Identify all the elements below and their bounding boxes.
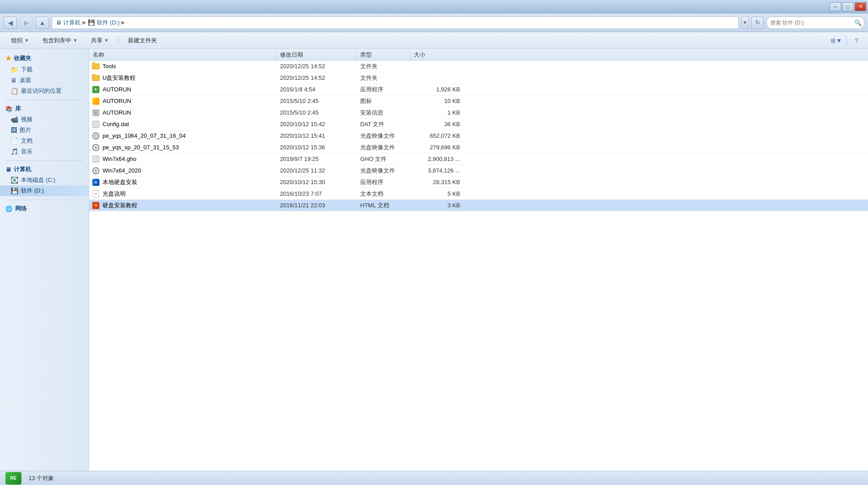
breadcrumb-computer[interactable]: 🖥 计算机	[56, 19, 81, 27]
file-name-cell: A 本地硬盘安装	[89, 178, 276, 186]
table-row[interactable]: pe_yqs_1064_20_07_31_16_04 2020/10/12 15…	[89, 130, 868, 142]
c-drive-icon: 💽	[11, 177, 18, 184]
file-name-cell: Tools	[89, 62, 276, 70]
file-size-cell: 279,696 KB	[410, 144, 464, 151]
file-date-cell: 2015/5/10 2:45	[276, 109, 357, 116]
share-label: 共享	[91, 37, 103, 45]
file-name-cell: Win7x64_2020	[89, 167, 276, 175]
documents-label: 文档	[21, 137, 33, 145]
recent-icon: 📋	[11, 87, 18, 95]
sidebar-favorites-header[interactable]: ★ 收藏夹	[0, 53, 89, 64]
pictures-icon: 🖼	[11, 127, 17, 134]
up-button[interactable]: ▲	[36, 16, 49, 29]
breadcrumb-sep-1: ▶	[82, 20, 86, 25]
sidebar-section-library: 📚 库 📹 视频 🖼 图片 📄 文档 🎵 音乐	[0, 102, 89, 157]
sidebar-library-header[interactable]: 📚 库	[0, 102, 89, 114]
minimize-button[interactable]: ─	[830, 2, 841, 11]
folder-icon	[92, 74, 100, 82]
organize-button[interactable]: 组织 ▼	[5, 34, 35, 47]
include-dropdown-icon: ▼	[73, 38, 78, 43]
include-library-label: 包含到库中	[42, 37, 71, 45]
sidebar-item-d-drive[interactable]: 💾 软件 (D:)	[0, 185, 89, 196]
table-row[interactable]: Tools 2020/12/25 14:52 文件夹	[89, 61, 868, 72]
file-type-cell: GHO 文件	[357, 155, 410, 163]
file-name-cell: ≡ 光盘说明	[89, 190, 276, 198]
sidebar-item-video[interactable]: 📹 视频	[0, 114, 89, 125]
table-row[interactable]: A 本地硬盘安装 2020/10/12 15:30 应用程序 28,315 KB	[89, 177, 868, 188]
table-row[interactable]: Win7x64_2020 2020/12/25 11:32 光盘映像文件 3,8…	[89, 165, 868, 177]
file-name-cell: H 硬盘安装教程	[89, 201, 276, 210]
search-button[interactable]: 🔍	[852, 16, 864, 29]
table-row[interactable]: H 硬盘安装教程 2016/11/21 22:03 HTML 文档 3 KB	[89, 200, 868, 211]
forward-button[interactable]: ▶	[20, 16, 33, 29]
search-input[interactable]	[767, 20, 852, 26]
breadcrumb-drive-label: 软件 (D:)	[97, 19, 119, 27]
views-button[interactable]: ⊞▼	[830, 34, 843, 47]
sidebar-section-network: 🌐 网络	[0, 202, 89, 214]
maximize-button[interactable]: □	[842, 2, 854, 11]
sidebar-item-recent[interactable]: 📋 最近访问的位置	[0, 86, 89, 96]
share-dropdown-icon: ▼	[104, 38, 109, 43]
breadcrumb-computer-label: 计算机	[63, 19, 81, 27]
back-button[interactable]: ◀	[4, 16, 17, 29]
help-button[interactable]: ?	[850, 34, 863, 47]
sidebar-item-desktop[interactable]: 🖥 桌面	[0, 75, 89, 86]
sidebar-divider-3	[5, 200, 83, 200]
file-type-cell: 文件夹	[357, 62, 410, 70]
drive-icon: 💾	[88, 19, 95, 26]
sidebar-item-c-drive[interactable]: 💽 本地磁盘 (C:)	[0, 175, 89, 185]
documents-icon: 📄	[11, 137, 18, 144]
file-type-cell: 应用程序	[357, 178, 410, 186]
table-row[interactable]: ≡ 光盘说明 2016/10/23 7:07 文本文档 5 KB	[89, 188, 868, 200]
file-type-cell: 文本文档	[357, 190, 410, 198]
sidebar-item-downloads[interactable]: 📁 下载	[0, 64, 89, 75]
file-name-cell: Config.dat	[89, 120, 276, 128]
network-label: 网络	[15, 205, 27, 213]
toolbar-separator	[118, 36, 119, 45]
library-folder-icon: 📚	[5, 106, 12, 112]
file-type-cell: 应用程序	[357, 86, 410, 94]
share-button[interactable]: 共享 ▼	[85, 34, 115, 47]
library-label: 库	[15, 105, 21, 113]
sidebar-item-music[interactable]: 🎵 音乐	[0, 146, 89, 157]
sidebar-section-favorites: ★ 收藏夹 📁 下载 🖥 桌面 📋 最近访问的位置	[0, 53, 89, 96]
iso-icon	[92, 132, 100, 140]
sidebar-computer-header[interactable]: 🖥 计算机	[0, 163, 89, 175]
title-bar: ─ □ ✕	[0, 0, 868, 13]
table-row[interactable]: U盘安装教程 2020/12/25 14:52 文件夹	[89, 72, 868, 84]
table-row[interactable]: i AUTORUN 2015/5/10 2:45 安装信息 1 KB	[89, 107, 868, 119]
file-size-cell: 28,315 KB	[410, 179, 464, 185]
new-folder-button[interactable]: 新建文件夹	[122, 34, 163, 47]
table-row[interactable]: pe_yqs_xp_20_07_31_15_53 2020/10/12 15:3…	[89, 142, 868, 153]
computer-icon: 🖥	[56, 19, 62, 26]
sidebar-network-header[interactable]: 🌐 网络	[0, 202, 89, 214]
iso-icon	[92, 144, 100, 152]
refresh-button[interactable]: ↻	[751, 16, 764, 29]
window-controls: ─ □ ✕	[830, 2, 866, 11]
table-row[interactable]: AUTORUN 2015/5/10 2:45 图标 10 KB	[89, 95, 868, 107]
breadcrumb-sep-2: ▶	[121, 20, 125, 25]
breadcrumb-drive[interactable]: 💾 软件 (D:)	[88, 19, 119, 27]
col-date-header[interactable]: 修改日期	[276, 49, 357, 60]
col-type-header[interactable]: 类型	[357, 49, 410, 60]
sidebar-item-pictures[interactable]: 🖼 图片	[0, 125, 89, 136]
file-size-cell: 652,072 KB	[410, 132, 464, 139]
table-row[interactable]: E AUTORUN 2016/1/8 4:54 应用程序 1,926 KB	[89, 84, 868, 95]
toolbar-right: ⊞▼ ?	[830, 34, 863, 47]
file-date-cell: 2020/10/12 15:41	[276, 132, 357, 139]
table-row[interactable]: Win7x64.gho 2019/9/7 19:25 GHO 文件 2,900,…	[89, 153, 868, 165]
sidebar-item-documents[interactable]: 📄 文档	[0, 136, 89, 146]
file-name-cell: E AUTORUN	[89, 86, 276, 94]
file-area: 名称 修改日期 类型 大小 Tools 2020/12/25 14:52 文件夹…	[89, 49, 868, 471]
file-date-cell: 2020/12/25 14:52	[276, 74, 357, 81]
close-button[interactable]: ✕	[855, 2, 866, 11]
table-row[interactable]: Config.dat 2020/10/12 15:42 DAT 文件 36 KB	[89, 119, 868, 130]
col-size-header[interactable]: 大小	[410, 49, 464, 60]
video-label: 视频	[21, 115, 33, 123]
file-date-cell: 2020/10/12 15:30	[276, 179, 357, 185]
file-date-cell: 2016/10/23 7:07	[276, 190, 357, 197]
file-size-cell: 3 KB	[410, 202, 464, 209]
include-library-button[interactable]: 包含到库中 ▼	[37, 34, 83, 47]
col-name-header[interactable]: 名称	[89, 49, 276, 60]
address-dropdown-button[interactable]: ▼	[741, 16, 749, 29]
